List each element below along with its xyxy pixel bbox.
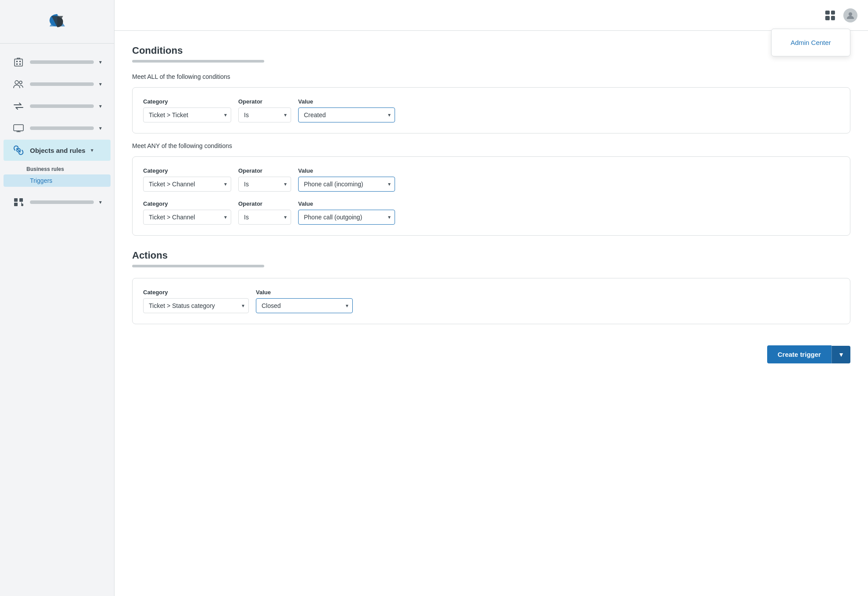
value-label-any-1: Value xyxy=(298,200,395,207)
sidebar-item-channels[interactable]: ▾ xyxy=(4,96,111,117)
operator-label-any-0: Operator xyxy=(238,167,291,174)
category-label-0: Category xyxy=(143,98,231,105)
svg-rect-2 xyxy=(19,61,21,62)
sidebar-item-people[interactable]: ▾ xyxy=(4,74,111,95)
conditions-title: Conditions xyxy=(132,45,850,56)
sidebar-item-workspace[interactable]: ▾ xyxy=(4,52,111,73)
chevron-down-icon: ▾ xyxy=(99,81,102,87)
action-value-select-wrapper-0: Closed ▾ xyxy=(256,298,353,313)
operator-select-wrapper-any-0: Is ▾ xyxy=(238,177,291,192)
sidebar-item-apps[interactable]: ▾ xyxy=(4,192,111,213)
category-select-wrapper-any-1: Ticket > Channel ▾ xyxy=(143,210,231,225)
sidebar-item-label-bar xyxy=(30,126,94,130)
chevron-down-icon: ▾ xyxy=(99,103,102,109)
avatar[interactable] xyxy=(843,8,857,22)
action-category-select-0[interactable]: Ticket > Status category xyxy=(143,298,249,313)
actions-block: Category Ticket > Status category ▾ Valu… xyxy=(132,278,850,324)
create-trigger-button[interactable]: Create trigger xyxy=(767,345,831,363)
operator-select-any-0[interactable]: Is xyxy=(238,177,291,192)
svg-rect-7 xyxy=(14,125,23,131)
any-conditions-block: Category Ticket > Channel ▾ Operator xyxy=(132,156,850,236)
value-select-wrapper-any-0: Phone call (incoming) ▾ xyxy=(298,177,395,192)
actions-bar xyxy=(132,265,264,267)
operator-field-group: Operator Is ▾ xyxy=(238,98,291,122)
value-field-group: Value Phone call (incoming) ▾ xyxy=(298,167,395,192)
sidebar-item-label-bar xyxy=(30,60,94,64)
operator-field-group: Operator Is ▾ xyxy=(238,167,291,192)
all-conditions-block: Category Ticket > Ticket ▾ Operator xyxy=(132,87,850,133)
any-condition-row-0: Category Ticket > Channel ▾ Operator xyxy=(143,167,839,192)
footer-actions: Create trigger ▼ xyxy=(132,338,850,370)
sidebar-item-workspaces[interactable]: ▾ xyxy=(4,118,111,139)
category-select-any-0[interactable]: Ticket > Channel xyxy=(143,177,231,192)
operator-label-any-1: Operator xyxy=(238,200,291,207)
sidebar-item-label-bar xyxy=(30,82,94,86)
svg-rect-3 xyxy=(16,63,18,65)
any-conditions-label: Meet ANY of the following conditions xyxy=(132,142,850,149)
svg-rect-4 xyxy=(19,63,21,65)
actions-section: Actions Category Ticket > Status categor… xyxy=(132,250,850,324)
action-value-field-group: Value Closed ▾ xyxy=(256,289,353,313)
value-select-wrapper-any-1: Phone call (outgoing) ▾ xyxy=(298,210,395,225)
admin-center-link[interactable]: Admin Center xyxy=(772,34,850,51)
value-select-any-0[interactable]: Phone call (incoming) xyxy=(298,177,395,192)
svg-point-5 xyxy=(15,81,18,84)
svg-rect-10 xyxy=(19,198,23,202)
svg-rect-0 xyxy=(15,59,22,66)
chevron-down-icon: ▾ xyxy=(99,199,102,205)
value-label-any-0: Value xyxy=(298,167,395,174)
all-condition-row-0: Category Ticket > Ticket ▾ Operator xyxy=(143,98,839,122)
operator-select-wrapper-0: Is ▾ xyxy=(238,107,291,122)
value-field-group: Value Phone call (outgoing) ▾ xyxy=(298,200,395,225)
value-select-wrapper-0: Created ▾ xyxy=(298,107,395,122)
any-condition-row-1: Category Ticket > Channel ▾ Operator xyxy=(143,200,839,225)
operator-label-0: Operator xyxy=(238,98,291,105)
action-value-select-0[interactable]: Closed xyxy=(256,298,353,313)
value-field-group: Value Created ▾ xyxy=(298,98,395,122)
svg-rect-11 xyxy=(14,203,18,206)
people-icon xyxy=(12,78,25,90)
subnav-section-label: Business rules xyxy=(0,163,114,174)
category-select-0[interactable]: Ticket > Ticket xyxy=(143,107,231,122)
apps-icon xyxy=(12,196,25,208)
sidebar-item-objects-rules[interactable]: Objects and rules ▾ xyxy=(4,140,111,161)
operator-select-0[interactable]: Is xyxy=(238,107,291,122)
action-category-select-wrapper-0: Ticket > Status category ▾ xyxy=(143,298,249,313)
sidebar-nav: ▾ ▾ ▾ ▾ xyxy=(0,44,114,596)
category-label-any-1: Category xyxy=(143,200,231,207)
logo xyxy=(0,0,114,44)
create-trigger-caret-button[interactable]: ▼ xyxy=(831,346,850,363)
operator-field-group: Operator Is ▾ xyxy=(238,200,291,225)
category-field-group: Category Ticket > Ticket ▾ xyxy=(143,98,231,122)
category-select-any-1[interactable]: Ticket > Channel xyxy=(143,210,231,225)
sidebar-item-label-bar xyxy=(30,200,94,204)
conditions-section: Conditions Meet ALL of the following con… xyxy=(132,45,850,236)
sidebar-item-objects-rules-label: Objects and rules xyxy=(30,147,85,154)
category-select-wrapper-any-0: Ticket > Channel ▾ xyxy=(143,177,231,192)
main-area: Admin Center Conditions Meet ALL of the … xyxy=(115,0,868,596)
arrows-icon xyxy=(12,100,25,112)
content-area: Conditions Meet ALL of the following con… xyxy=(115,31,868,596)
value-select-any-1[interactable]: Phone call (outgoing) xyxy=(298,210,395,225)
svg-rect-1 xyxy=(16,61,18,62)
action-category-field-group: Category Ticket > Status category ▾ xyxy=(143,289,249,313)
category-field-group: Category Ticket > Channel ▾ xyxy=(143,167,231,192)
svg-rect-9 xyxy=(14,198,18,202)
value-select-0[interactable]: Created xyxy=(298,107,395,122)
svg-point-6 xyxy=(19,81,22,84)
action-value-label-0: Value xyxy=(256,289,353,296)
operator-select-any-1[interactable]: Is xyxy=(238,210,291,225)
subnav-item-triggers[interactable]: Triggers xyxy=(4,174,111,187)
topbar: Admin Center xyxy=(115,0,868,31)
admin-center-dropdown: Admin Center xyxy=(771,29,850,56)
actions-title: Actions xyxy=(132,250,850,261)
chevron-down-icon: ▾ xyxy=(99,59,102,65)
action-category-label-0: Category xyxy=(143,289,249,296)
zendesk-logo-icon xyxy=(42,11,73,33)
chevron-down-icon: ▾ xyxy=(91,147,93,153)
chevron-down-icon: ▾ xyxy=(99,125,102,131)
all-conditions-label: Meet ALL of the following conditions xyxy=(132,73,850,80)
category-select-wrapper-0: Ticket > Ticket ▾ xyxy=(143,107,231,122)
conditions-bar xyxy=(132,60,264,63)
grid-icon[interactable] xyxy=(822,7,838,23)
